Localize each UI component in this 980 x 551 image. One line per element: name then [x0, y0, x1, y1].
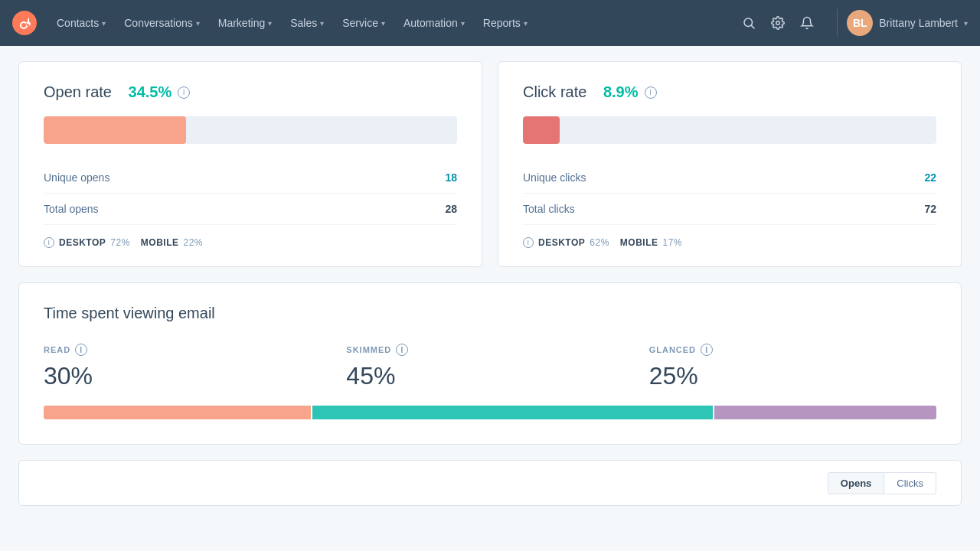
chevron-down-icon: ▾ — [381, 19, 385, 28]
time-metrics-row: READ i 30% SKIMMED i 45% GLANCED i 25% — [44, 344, 936, 390]
click-desktop-pct: 62% — [590, 237, 609, 248]
metrics-cards-row: Open rate 34.5% i Unique opens 18 Total … — [18, 61, 962, 267]
click-mobile-pct: 17% — [663, 237, 683, 248]
total-opens-row: Total opens 28 — [44, 194, 457, 225]
glanced-value: 25% — [649, 362, 936, 390]
unique-clicks-value: 22 — [924, 171, 936, 184]
time-bar-glanced — [714, 406, 937, 419]
svg-line-2 — [752, 25, 755, 28]
chevron-down-icon: ▾ — [268, 19, 272, 28]
svg-point-3 — [776, 21, 780, 25]
glanced-metric: GLANCED i 25% — [649, 344, 936, 390]
open-desktop-pct: 72% — [110, 237, 130, 248]
click-rate-footer: i DESKTOP 62% MOBILE 17% — [523, 237, 936, 248]
nav-automation[interactable]: Automation ▾ — [396, 12, 472, 34]
total-clicks-label: Total clicks — [523, 203, 575, 215]
opens-button[interactable]: Opens — [828, 472, 884, 494]
nav-service[interactable]: Service ▾ — [335, 12, 393, 34]
click-footer-info-icon[interactable]: i — [523, 237, 534, 248]
glanced-label: GLANCED i — [649, 344, 936, 356]
time-spent-title: Time spent viewing email — [44, 305, 936, 322]
read-metric: READ i 30% — [44, 344, 331, 390]
footer-info-icon[interactable]: i — [44, 237, 54, 248]
click-rate-value: 8.9% — [603, 83, 639, 101]
chevron-down-icon: ▾ — [320, 19, 324, 28]
chevron-down-icon: ▾ — [461, 19, 465, 28]
notifications-button[interactable] — [795, 11, 818, 34]
skimmed-info-icon[interactable]: i — [396, 344, 408, 356]
unique-opens-value: 18 — [445, 171, 457, 184]
nav-divider — [837, 9, 838, 37]
click-desktop-label: DESKTOP — [538, 237, 585, 248]
open-mobile-pct: 22% — [184, 237, 204, 248]
skimmed-label: SKIMMED i — [346, 344, 633, 356]
unique-opens-label: Unique opens — [44, 171, 109, 184]
clicks-button[interactable]: Clicks — [884, 472, 936, 494]
open-rate-bar-fill — [44, 116, 186, 144]
unique-clicks-row: Unique clicks 22 — [523, 162, 936, 194]
click-rate-card: Click rate 8.9% i Unique clicks 22 Total… — [498, 61, 962, 267]
nav-reports[interactable]: Reports ▾ — [475, 12, 535, 34]
total-clicks-row: Total clicks 72 — [523, 194, 936, 225]
user-menu[interactable]: BL Brittany Lambert ▾ — [847, 10, 968, 36]
skimmed-value: 45% — [346, 362, 633, 390]
open-rate-info-icon[interactable]: i — [178, 86, 190, 99]
read-info-icon[interactable]: i — [75, 344, 87, 356]
open-mobile-label: MOBILE — [141, 237, 179, 248]
nav-conversations[interactable]: Conversations ▾ — [116, 12, 207, 34]
click-mobile-label: MOBILE — [620, 237, 658, 248]
read-label: READ i — [44, 344, 331, 356]
read-value: 30% — [44, 362, 331, 390]
chevron-down-icon: ▾ — [102, 19, 106, 28]
total-clicks-value: 72 — [924, 203, 936, 215]
avatar: BL — [847, 10, 873, 36]
open-rate-value: 34.5% — [129, 83, 172, 101]
open-rate-footer: i DESKTOP 72% MOBILE 22% — [44, 237, 457, 248]
username: Brittany Lambert — [879, 17, 958, 29]
click-rate-bar-fill — [523, 116, 560, 144]
user-chevron-icon: ▾ — [964, 19, 968, 28]
unique-clicks-label: Unique clicks — [523, 171, 586, 184]
total-opens-label: Total opens — [44, 203, 99, 215]
click-rate-info-icon[interactable]: i — [645, 86, 657, 99]
settings-button[interactable] — [766, 11, 789, 34]
chevron-down-icon: ▾ — [524, 19, 528, 28]
chevron-down-icon: ▾ — [196, 19, 200, 28]
skimmed-metric: SKIMMED i 45% — [346, 344, 633, 390]
bottom-card: Opens Clicks — [18, 460, 962, 506]
nav-contacts[interactable]: Contacts ▾ — [49, 12, 113, 34]
time-bar-skimmed — [312, 406, 713, 419]
svg-point-1 — [744, 18, 753, 27]
unique-opens-row: Unique opens 18 — [44, 162, 457, 194]
nav-sales[interactable]: Sales ▾ — [283, 12, 332, 34]
total-opens-value: 28 — [445, 203, 457, 215]
open-desktop-label: DESKTOP — [59, 237, 106, 248]
time-spent-card: Time spent viewing email READ i 30% SKIM… — [18, 282, 962, 445]
search-button[interactable] — [737, 11, 760, 34]
open-rate-title: Open rate 34.5% i — [44, 83, 457, 101]
glanced-info-icon[interactable]: i — [701, 344, 713, 356]
time-bar-read — [44, 406, 311, 419]
click-rate-bar — [523, 116, 936, 144]
nav-marketing[interactable]: Marketing ▾ — [211, 12, 279, 34]
open-rate-bar — [44, 116, 457, 144]
time-bar — [44, 406, 936, 419]
click-rate-title: Click rate 8.9% i — [523, 83, 936, 101]
open-rate-card: Open rate 34.5% i Unique opens 18 Total … — [18, 61, 482, 267]
hubspot-logo[interactable] — [12, 11, 37, 35]
opens-clicks-toggle: Opens Clicks — [828, 472, 936, 494]
